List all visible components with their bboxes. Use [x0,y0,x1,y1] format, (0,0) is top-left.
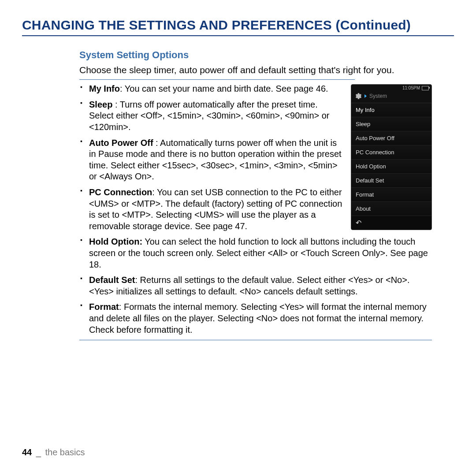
list-item: My Info: You can set your name and birth… [79,83,343,95]
footer-separator: _ [36,447,41,457]
play-indicator-icon [364,94,367,98]
list-item: Auto Power Off : Automatically turns pow… [79,138,343,182]
divider-top [79,79,355,80]
page-footer: 44 _ the basics [22,447,85,457]
device-footer: ↶ [351,216,431,230]
device-menu-item: Auto Power Off [351,131,431,145]
section-name: the basics [45,447,85,457]
bullet-list-top: My Info: You can set your name and birth… [79,83,343,232]
device-menu-item: PC Connection [351,145,431,160]
page-number: 44 [22,447,32,457]
intro-text: Choose the sleep timer, auto power off a… [79,64,432,76]
device-titlebar: System [351,90,431,103]
device-menu-item: Sleep [351,117,431,131]
back-icon: ↶ [356,219,361,227]
list-item: Default Set: Returns all settings to the… [79,275,432,297]
list-item: PC Connection: You can set USB connectio… [79,187,343,232]
device-status-bar: 11:05PM [351,85,431,90]
device-screen-title: System [369,93,387,99]
list-item: Sleep : Turns off power automatically af… [79,99,343,133]
device-menu-item: Format [351,188,431,202]
section-subhead: System Setting Options [79,49,432,61]
device-menu-item: Default Set [351,174,431,188]
device-menu-item: About [351,202,431,216]
device-screenshot: 11:05PM System My Info Sleep Auto Power … [351,84,432,230]
device-menu-item: My Info [351,103,431,117]
list-item: Hold Option: You can select the hold fun… [79,236,432,270]
gear-icon [354,92,362,100]
divider-bottom [79,340,432,340]
bullet-list-full: Hold Option: You can select the hold fun… [79,236,432,335]
battery-icon [422,86,429,90]
device-clock: 11:05PM [402,86,420,90]
page-title: CHANGING THE SETTINGS AND PREFERENCES (C… [22,18,454,36]
list-item: Format: Formats the internal memory. Sel… [79,301,432,335]
device-menu-item: Hold Option [351,160,431,174]
